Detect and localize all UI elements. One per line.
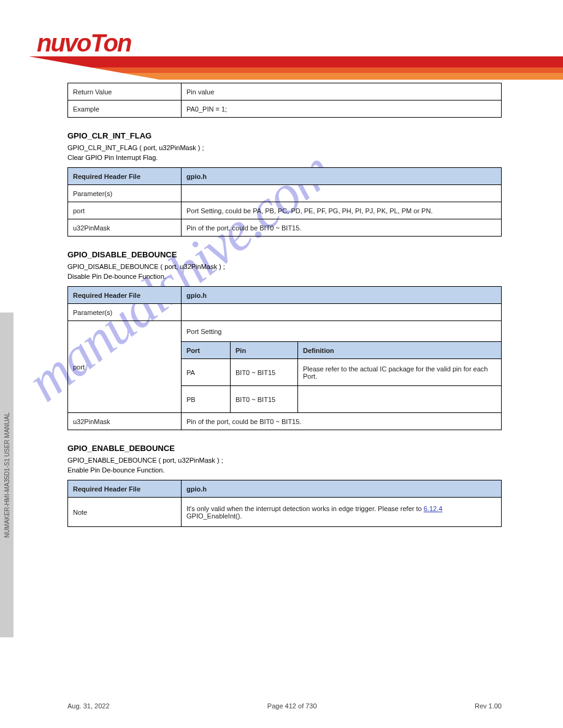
section-description: Enable Pin De-bounce Function. [67,466,502,474]
cell-value [298,386,502,413]
table-row: Return Value Pin value [68,83,502,100]
cell-label: u32PinMask [68,219,182,237]
cell-header: gpio.h [182,287,502,304]
cell-header: Port [182,342,231,359]
table-row: Required Header File gpio.h [68,480,502,498]
cell-label: Example [68,100,182,118]
cell-value: Pin value [182,83,502,100]
table-row: Parameter(s) [68,304,502,321]
cell-label: Parameter(s) [68,304,182,321]
footer-rev: Rev 1.00 [475,702,502,710]
nuvoton-logo: nuvoTon [37,29,131,57]
cell-label: port [68,321,182,413]
section-signature: GPIO_DISABLE_DEBOUNCE ( port, u32PinMask… [67,263,502,270]
cell-value: BIT0 ~ BIT15 [231,359,298,386]
cell-value: Port Setting, could be PA, PB, PC, PD, P… [182,202,502,219]
cell-header: Pin [231,342,298,359]
cell-value: Pin of the port, could be BIT0 ~ BIT15. [182,219,502,237]
page-footer: Aug. 31, 2022 Page 412 of 730 Rev 1.00 [0,702,563,710]
page-header: nuvoTon [0,0,563,80]
footer-page: Page 412 of 730 [267,702,317,710]
cell-header: gpio.h [182,480,502,498]
cell-value: It's only valid when the interrupt detec… [182,498,502,527]
table-clr-int-flag: Required Header File gpio.h Parameter(s)… [67,167,502,237]
cell-header: Required Header File [68,480,182,498]
cell-value: Please refer to the actual IC package fo… [298,359,502,386]
side-tab-text: NUMAKER-HMI-MA35D1-S1 USER MANUAL [4,412,10,537]
section-title: GPIO_DISABLE_DEBOUNCE [67,250,502,259]
table-row: port Port Setting [68,321,502,342]
table-row: u32PinMask Pin of the port, could be BIT… [68,413,502,430]
cell-label: Return Value [68,83,182,100]
table-row: u32PinMask Pin of the port, could be BIT… [68,219,502,237]
table-enable-debounce: Required Header File gpio.h Note It's on… [67,480,502,527]
cell-label: u32PinMask [68,413,182,430]
table-row: Parameter(s) [68,185,502,202]
page-content: Return Value Pin value Example PA0_PIN =… [67,83,502,691]
cell-value: PA0_PIN = 1; [182,100,502,118]
cell-value: Port Setting [182,321,502,342]
cell-value: Pin of the port, could be BIT0 ~ BIT15. [182,413,502,430]
section-signature: GPIO_CLR_INT_FLAG ( port, u32PinMask ) ; [67,144,502,151]
section-title: GPIO_CLR_INT_FLAG [67,131,502,140]
cell-header: Required Header File [68,168,182,185]
cell-value: PB [182,386,231,413]
table-row: port Port Setting, could be PA, PB, PC, … [68,202,502,219]
table-row: Note It's only valid when the interrupt … [68,498,502,527]
note-suffix: GPIO_EnableInt(). [186,512,242,520]
cell-value [182,304,502,321]
table-row: Required Header File gpio.h [68,168,502,185]
cell-value: PA [182,359,231,386]
footer-date: Aug. 31, 2022 [67,702,110,710]
side-tab: NUMAKER-HMI-MA35D1-S1 USER MANUAL [0,313,13,637]
table-disable-debounce: Required Header File gpio.h Parameter(s)… [67,286,502,430]
section-description: Disable Pin De-bounce Function. [67,273,502,280]
note-link[interactable]: 6.12.4 [424,505,443,512]
cell-header: Definition [298,342,502,359]
cell-value: BIT0 ~ BIT15 [231,386,298,413]
section-description: Clear GPIO Pin Interrupt Flag. [67,154,502,161]
cell-label: Note [68,498,182,527]
table-row: Required Header File gpio.h [68,287,502,304]
cell-value [182,185,502,202]
cell-label: port [68,202,182,219]
cell-header: Required Header File [68,287,182,304]
section-signature: GPIO_ENABLE_DEBOUNCE ( port, u32PinMask … [67,457,502,464]
cell-header: gpio.h [182,168,502,185]
table-return-example: Return Value Pin value Example PA0_PIN =… [67,83,502,118]
note-prefix: It's only valid when the interrupt detec… [186,505,424,512]
cell-label: Parameter(s) [68,185,182,202]
table-row: Example PA0_PIN = 1; [68,100,502,118]
section-title: GPIO_ENABLE_DEBOUNCE [67,444,502,453]
